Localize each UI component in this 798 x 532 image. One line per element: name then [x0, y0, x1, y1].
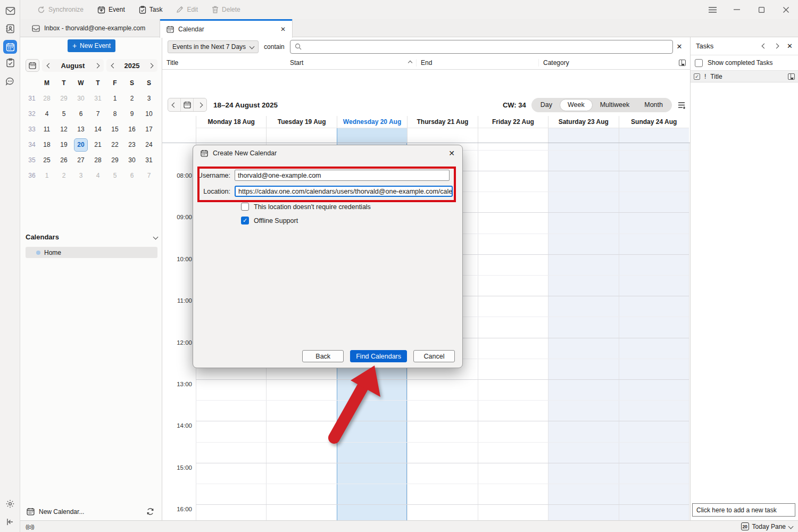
dialog-close-icon[interactable]: ✕: [448, 149, 455, 157]
minical-day[interactable]: 27: [72, 153, 89, 168]
tab-close-icon[interactable]: ✕: [280, 26, 286, 33]
minical-day-selected[interactable]: 20: [72, 137, 89, 152]
day-header[interactable]: Thursday 21 Aug: [407, 116, 477, 128]
minical-day[interactable]: 28: [89, 153, 106, 168]
minical-day[interactable]: 17: [140, 122, 157, 137]
minical-day[interactable]: 11: [38, 122, 55, 137]
minical-day[interactable]: 5: [55, 106, 72, 121]
priority-column[interactable]: !: [704, 73, 706, 80]
rotate-view-icon[interactable]: [677, 101, 686, 109]
username-input[interactable]: thorvald@one-example.com: [235, 170, 450, 181]
collapse-spaces-icon[interactable]: [3, 515, 17, 529]
find-calendars-button[interactable]: Find Calendars: [350, 350, 407, 362]
minical-day[interactable]: 28: [38, 91, 55, 106]
tasks-space-icon[interactable]: [3, 56, 17, 70]
column-end[interactable]: End: [416, 59, 538, 66]
minical-day[interactable]: 26: [55, 153, 72, 168]
allday-cell[interactable]: [337, 128, 407, 143]
synchronize-button[interactable]: Synchronize: [33, 3, 88, 16]
day-column[interactable]: [478, 143, 548, 520]
next-week-icon[interactable]: [194, 98, 206, 111]
minical-day[interactable]: 9: [123, 106, 140, 121]
next-month-icon[interactable]: [90, 64, 104, 68]
event-button[interactable]: Event: [93, 3, 129, 16]
show-completed-checkbox[interactable]: [695, 59, 703, 67]
minical-day[interactable]: 30: [72, 91, 89, 106]
calendar-space-icon[interactable]: [3, 40, 17, 54]
minical-day[interactable]: 12: [55, 122, 72, 137]
minical-day[interactable]: 3: [72, 168, 89, 183]
day-header[interactable]: Friday 22 Aug: [478, 116, 548, 128]
new-event-button[interactable]: + New Event: [68, 39, 115, 52]
minical-day[interactable]: 15: [106, 122, 123, 137]
edit-button[interactable]: Edit: [172, 3, 202, 16]
minical-day[interactable]: 29: [106, 153, 123, 168]
day-header[interactable]: Monday 18 Aug: [196, 116, 266, 128]
tasks-close-icon[interactable]: ✕: [787, 42, 793, 50]
minical-day[interactable]: 19: [55, 137, 72, 152]
view-week-button[interactable]: Week: [560, 99, 593, 111]
minical-day[interactable]: 14: [89, 122, 106, 137]
close-window-icon[interactable]: [774, 0, 798, 19]
minical-today-icon[interactable]: [26, 59, 39, 72]
tasks-next-icon[interactable]: [774, 44, 779, 49]
minical-day[interactable]: 2: [55, 168, 72, 183]
minical-day[interactable]: 16: [123, 122, 140, 137]
refresh-calendars-icon[interactable]: [146, 508, 154, 516]
view-multiweek-button[interactable]: Multiweek: [593, 98, 637, 112]
minical-day[interactable]: 1: [38, 168, 55, 183]
minical-day[interactable]: 2: [123, 91, 140, 106]
calendar-list-item-home[interactable]: Home: [26, 247, 157, 258]
allday-cell[interactable]: [548, 128, 618, 143]
allday-cell[interactable]: [619, 128, 689, 143]
column-title[interactable]: Title: [162, 59, 286, 66]
minical-day[interactable]: 4: [38, 106, 55, 121]
column-start[interactable]: Start: [286, 59, 416, 66]
minical-day[interactable]: 21: [89, 137, 106, 152]
minical-day[interactable]: 24: [140, 137, 157, 152]
next-year-icon[interactable]: [144, 64, 157, 68]
add-task-input[interactable]: Click here to add a new task: [692, 503, 795, 517]
minical-day[interactable]: 22: [106, 137, 123, 152]
allday-cell[interactable]: [478, 128, 548, 143]
minical-day[interactable]: 29: [55, 91, 72, 106]
column-picker-icon[interactable]: [788, 73, 795, 80]
tasks-prev-icon[interactable]: [762, 44, 767, 49]
minical-day[interactable]: 1: [106, 91, 123, 106]
event-range-dropdown[interactable]: Events in the Next 7 Days: [168, 40, 259, 53]
new-calendar-button[interactable]: New Calendar...: [39, 508, 84, 516]
minical-day[interactable]: 10: [140, 106, 157, 121]
minical-day[interactable]: 30: [123, 153, 140, 168]
minical-day[interactable]: 25: [38, 153, 55, 168]
back-button[interactable]: Back: [302, 350, 344, 362]
settings-gear-icon[interactable]: [3, 497, 17, 511]
cancel-button[interactable]: Cancel: [413, 350, 455, 362]
offline-support-checkbox[interactable]: ✓: [241, 217, 249, 225]
delete-button[interactable]: Delete: [207, 3, 245, 16]
day-column[interactable]: [619, 143, 689, 520]
go-to-today-icon[interactable]: [181, 98, 194, 111]
minical-day[interactable]: 31: [89, 91, 106, 106]
day-header[interactable]: Saturday 23 Aug: [548, 116, 618, 128]
minical-day[interactable]: 4: [89, 168, 106, 183]
minical-day[interactable]: 3: [140, 91, 157, 106]
today-pane-toggle[interactable]: 20 Today Pane: [741, 522, 793, 530]
column-picker-icon[interactable]: [679, 60, 686, 66]
mail-space-icon[interactable]: [3, 4, 17, 18]
tasks-title-column[interactable]: Title: [710, 73, 722, 80]
view-month-button[interactable]: Month: [637, 98, 670, 112]
minical-day[interactable]: 23: [123, 137, 140, 152]
maximize-icon[interactable]: [749, 0, 774, 19]
prev-month-icon[interactable]: [42, 64, 56, 68]
app-menu-icon[interactable]: [700, 0, 725, 19]
minical-day[interactable]: 18: [38, 137, 55, 152]
minical-day[interactable]: 5: [106, 168, 123, 183]
location-input[interactable]: https://caldav.one.com/calendars/users/t…: [235, 186, 453, 197]
minical-day[interactable]: 8: [106, 106, 123, 121]
chat-space-icon[interactable]: [3, 74, 17, 88]
completed-column-icon[interactable]: ✓: [694, 73, 700, 80]
minical-day[interactable]: 31: [140, 153, 157, 168]
view-day-button[interactable]: Day: [533, 98, 560, 112]
tab-inbox[interactable]: Inbox - thorvald@one-example.com: [26, 19, 153, 37]
allday-cell[interactable]: [407, 128, 477, 143]
